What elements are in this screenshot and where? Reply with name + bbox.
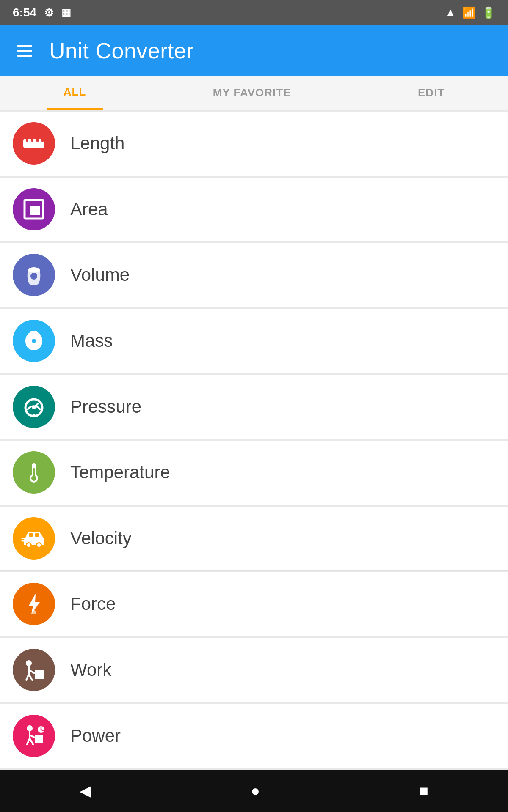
list-item-temperature[interactable]: Temperature	[0, 441, 508, 505]
list-item-force[interactable]: Force	[0, 572, 508, 636]
svg-point-13	[32, 406, 36, 409]
tab-my-favorite[interactable]: MY FAVORITE	[196, 76, 308, 110]
force-label: Force	[70, 594, 116, 614]
power-label: Power	[70, 726, 121, 746]
svg-line-31	[29, 670, 35, 673]
area-icon	[13, 188, 55, 230]
list-item-work[interactable]: Work	[0, 638, 508, 702]
svg-line-39	[30, 738, 33, 744]
svg-point-25	[37, 543, 41, 547]
recent-button[interactable]: ■	[402, 778, 445, 804]
status-time: 6:54	[13, 6, 36, 19]
work-icon	[13, 649, 55, 691]
temperature-label: Temperature	[70, 462, 170, 483]
length-icon	[13, 122, 55, 165]
svg-rect-14	[32, 414, 36, 417]
svg-point-28	[32, 610, 36, 614]
list-item-velocity[interactable]: Velocity	[0, 507, 508, 571]
home-button[interactable]: ●	[234, 778, 277, 804]
tab-all[interactable]: ALL	[47, 76, 103, 110]
mass-icon	[13, 320, 55, 362]
list-item-mass[interactable]: Mass	[0, 309, 508, 373]
list-item-pressure[interactable]: Pressure	[0, 375, 508, 439]
tab-bar: ALL MY FAVORITE EDIT	[0, 76, 508, 110]
tab-edit[interactable]: EDIT	[401, 76, 461, 110]
svg-rect-6	[30, 206, 40, 215]
svg-point-10	[32, 339, 36, 343]
svg-rect-4	[41, 138, 44, 142]
svg-rect-34	[35, 670, 44, 679]
list-item-length[interactable]: Length	[0, 112, 508, 176]
app-bar: Unit Converter	[0, 25, 508, 76]
svg-rect-1	[26, 137, 28, 142]
velocity-label: Velocity	[70, 528, 132, 549]
status-bar: 6:54 ⚙ ▦ ▲ 📶 🔋	[0, 0, 508, 25]
work-label: Work	[70, 660, 111, 680]
list-item-volume[interactable]: Volume	[0, 243, 508, 307]
velocity-icon	[13, 517, 55, 560]
svg-point-29	[26, 660, 32, 666]
power-icon	[13, 715, 55, 757]
svg-rect-9	[30, 331, 37, 334]
hamburger-menu[interactable]	[17, 45, 32, 57]
app-title: Unit Converter	[49, 38, 194, 63]
bottom-nav: ◀ ● ■	[0, 770, 508, 812]
sim-icon: ▦	[61, 7, 71, 19]
svg-rect-3	[36, 137, 39, 142]
gear-icon: ⚙	[44, 6, 54, 19]
volume-icon	[13, 254, 55, 296]
force-icon	[13, 583, 55, 625]
signal-icon: 📶	[462, 6, 476, 19]
length-label: Length	[70, 133, 124, 154]
wifi-icon: ▲	[444, 6, 456, 19]
svg-line-33	[29, 674, 32, 680]
svg-rect-20	[29, 533, 33, 537]
converter-list: Length Area Volume	[0, 110, 508, 770]
svg-point-35	[27, 725, 33, 731]
svg-rect-21	[35, 533, 39, 537]
battery-icon: 🔋	[482, 6, 495, 19]
svg-point-8	[30, 273, 37, 280]
back-button[interactable]: ◀	[63, 778, 108, 804]
svg-rect-2	[31, 138, 33, 142]
svg-point-18	[31, 476, 36, 481]
pressure-label: Pressure	[70, 397, 141, 417]
pressure-icon	[13, 386, 55, 428]
list-item-power[interactable]: Power	[0, 704, 508, 768]
temperature-icon	[13, 451, 55, 494]
list-item-area[interactable]: Area	[0, 178, 508, 242]
svg-point-23	[27, 543, 30, 547]
area-label: Area	[70, 199, 108, 219]
svg-rect-40	[35, 735, 43, 743]
mass-label: Mass	[70, 331, 113, 351]
volume-label: Volume	[70, 265, 130, 285]
